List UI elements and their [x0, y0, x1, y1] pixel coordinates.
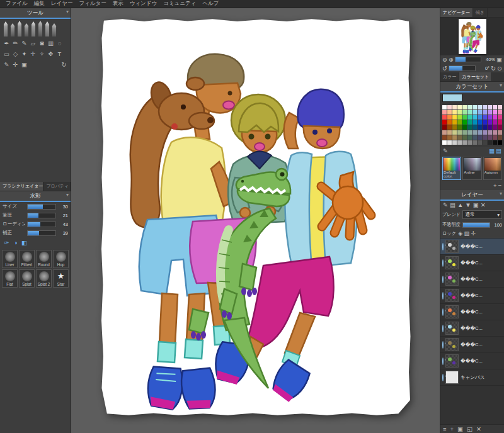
blend-mode-select[interactable]: 通常 ▾ [462, 210, 502, 219]
palette-color-35[interactable] [498, 115, 502, 120]
layer-row-0[interactable]: ���C... [440, 239, 504, 255]
brush-preset-liner[interactable]: Liner [2, 250, 18, 268]
layer-delete-icon[interactable]: ✕ [476, 426, 481, 432]
palette-color-89[interactable] [467, 140, 472, 145]
palette-set-1[interactable]: Anline [462, 157, 481, 181]
menu-item-6[interactable]: コミュニティ [160, 0, 199, 8]
layer-visibility-toggle[interactable] [442, 293, 444, 299]
layer-row-2[interactable]: ���C... [440, 271, 504, 288]
palette-color-43[interactable] [478, 120, 482, 125]
palette-color-70[interactable] [493, 130, 497, 135]
panel-menu-icon[interactable]: ▾ [66, 9, 69, 14]
menu-item-1[interactable]: 編集 [31, 0, 48, 8]
layer-duplicate-icon[interactable]: ◱ [467, 426, 472, 432]
layer-visibility-toggle[interactable] [442, 358, 444, 364]
magic-wand-tool-icon[interactable]: ✦ [21, 50, 28, 58]
zoom-out-icon[interactable]: ⊖ [442, 57, 447, 63]
palette-color-25[interactable] [447, 115, 452, 120]
palette-color-52[interactable] [462, 125, 467, 130]
brush-tool-icon[interactable] [31, 21, 36, 37]
layer-visibility-toggle[interactable] [442, 325, 444, 332]
layer-row-4[interactable]: ���C... [440, 304, 504, 320]
zoom-in-icon[interactable]: ⊕ [449, 57, 454, 63]
palette-color-79[interactable] [478, 135, 482, 140]
menu-item-2[interactable]: レイヤー [48, 0, 76, 8]
palette-color-81[interactable] [488, 135, 492, 140]
canvas-paper[interactable] [101, 18, 411, 416]
brush-tool-icon[interactable] [10, 23, 15, 37]
palette-color-71[interactable] [498, 130, 502, 135]
brush-preset-filbert[interactable]: Filbert [19, 250, 35, 268]
palette-color-49[interactable] [447, 125, 452, 130]
palette-color-30[interactable] [472, 115, 477, 120]
palette-color-75[interactable] [457, 135, 462, 140]
palette-color-12[interactable] [442, 110, 447, 115]
panel-menu-icon[interactable]: ▾ [500, 191, 502, 196]
layer-row-6[interactable]: ���C... [440, 337, 504, 353]
canvas-area[interactable] [71, 8, 440, 433]
bucket-tool-icon[interactable]: ◙ [38, 39, 45, 47]
palette-color-85[interactable] [447, 140, 452, 145]
palette-color-91[interactable] [478, 140, 482, 145]
blur-tool-icon[interactable]: ◌ [56, 39, 63, 47]
palette-color-74[interactable] [452, 135, 457, 140]
brush-preset-round[interactable]: Round [36, 250, 52, 268]
palette-color-37[interactable] [447, 120, 452, 125]
reset-rotation-icon[interactable]: ⊙ [497, 65, 502, 72]
panel-menu-icon[interactable]: ▾ [66, 192, 69, 198]
brush-tool-icon[interactable] [3, 21, 8, 37]
palette-color-53[interactable] [467, 125, 472, 130]
layer-merge-icon[interactable]: ▣ [473, 202, 479, 208]
panel-menu-icon[interactable]: ▾ [500, 82, 502, 88]
brush-option-size-icon[interactable]: ✑ [3, 239, 10, 247]
palette-color-93[interactable] [488, 140, 492, 145]
palette-color-27[interactable] [457, 115, 462, 120]
opacity-slider[interactable] [462, 222, 490, 228]
palette-color-36[interactable] [442, 120, 447, 125]
menu-item-5[interactable]: ウィンドウ [127, 0, 161, 8]
navigator-preview[interactable] [440, 18, 504, 55]
tab-navigator[interactable]: ナビゲーター [440, 8, 473, 17]
palette-color-61[interactable] [447, 130, 452, 135]
brush-preset-star[interactable]: ★Star [53, 269, 69, 288]
palette-color-44[interactable] [483, 120, 487, 125]
palette-remove-icon[interactable]: − [498, 183, 501, 189]
palette-color-66[interactable] [472, 130, 477, 135]
tab-brush-creator[interactable]: ブラシクリエイター [0, 182, 43, 191]
slider-track[interactable] [27, 230, 56, 236]
palette-color-68[interactable] [483, 130, 487, 135]
layer-clear-icon[interactable]: ✕ [481, 202, 486, 208]
transform-icon[interactable]: ✛ [12, 60, 19, 69]
palette-color-67[interactable] [478, 130, 482, 135]
tab-color-set[interactable]: カラーセット [459, 72, 492, 81]
palette-color-41[interactable] [467, 120, 472, 125]
palette-color-24[interactable] [442, 115, 447, 120]
palette-color-77[interactable] [467, 135, 472, 140]
selection-icon[interactable]: ▣ [21, 60, 28, 69]
palette-color-58[interactable] [493, 125, 497, 130]
palette-color-94[interactable] [493, 140, 497, 145]
tab-color[interactable]: カラー [440, 72, 459, 81]
palette-color-40[interactable] [462, 120, 467, 125]
eraser-tool-icon[interactable]: ▱ [30, 39, 37, 47]
palette-color-76[interactable] [462, 135, 467, 140]
layer-row-3[interactable]: ���C... [440, 288, 504, 304]
palette-color-31[interactable] [478, 115, 482, 120]
layer-folder-new-icon[interactable]: ▣ [457, 426, 463, 432]
palette-color-80[interactable] [483, 135, 487, 140]
layer-visibility-toggle[interactable] [442, 342, 444, 348]
palette-color-83[interactable] [498, 135, 502, 140]
palette-color-62[interactable] [452, 130, 457, 135]
palette-color-21[interactable] [488, 110, 492, 115]
layer-visibility-toggle[interactable] [442, 374, 444, 381]
palette-add-icon[interactable]: + [493, 183, 497, 189]
palette-color-5[interactable] [467, 105, 472, 110]
lock-alpha-icon[interactable]: ▨ [464, 230, 469, 237]
brush-preset-splat[interactable]: Splat [19, 269, 35, 288]
layer-row-canvas[interactable]: キャンバス [440, 369, 504, 386]
brush-tool-icon[interactable] [24, 23, 29, 37]
pencil-tool-icon[interactable]: ✏ [12, 39, 19, 47]
lasso-tool-icon[interactable]: ◇ [12, 50, 19, 58]
slider-track[interactable] [27, 222, 56, 227]
palette-color-6[interactable] [472, 105, 477, 110]
